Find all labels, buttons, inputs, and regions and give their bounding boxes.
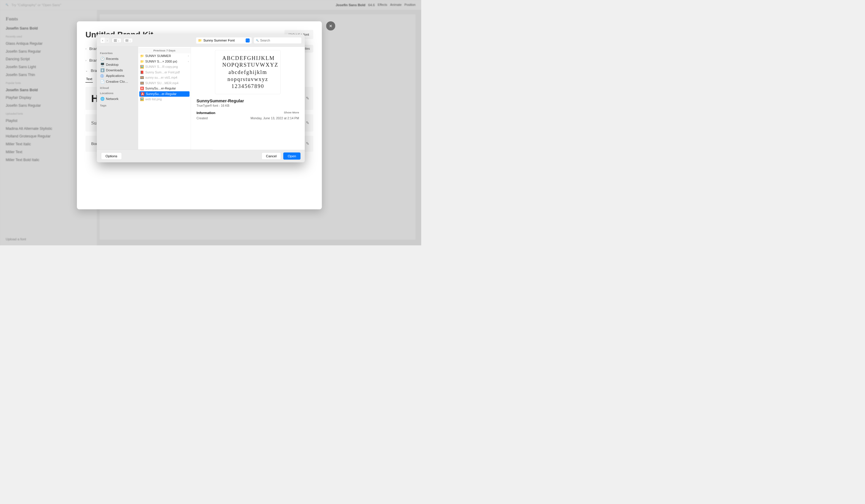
updown-icon: ⌃⌄ [246,38,250,43]
chevron-down-icon: ⌄ [129,39,131,42]
chevron-right-icon: › [188,60,189,63]
forward-button[interactable]: › [105,37,109,43]
view-columns-button[interactable]: ⌄ [112,38,122,43]
search-input[interactable] [260,38,299,43]
sidebar-item-desktop[interactable]: 🖥️Desktop [99,62,136,67]
finder-footer: Options Cancel Open [97,149,305,162]
font-icon: 🅰️ [140,87,144,91]
image-icon: 🖼️ [140,65,144,69]
pencil-icon[interactable]: ✎ [306,141,309,146]
sidebar-item-network[interactable]: 🌐Network [99,96,136,102]
sidebar-item-creativeclo[interactable]: 📄Creative Clo… [99,79,136,84]
chevron-down-icon: ⌄ [85,69,88,72]
preview-line: NOPQRSTUVWXYZ [222,62,273,69]
file-row[interactable]: 🖼️SUNNY S…R copy.png [138,64,191,70]
file-row[interactable]: 🅰️SunnySu…er-Regular [138,86,191,92]
preview-pane: ABCDEFGHIJKLMNOPQRSTUVWXYZabcdefghijklmn… [191,47,305,150]
pdf-icon: 📕 [140,70,144,74]
chevron-right-icon: › [188,55,189,57]
video-icon: 🎞️ [140,81,144,85]
search-icon: 🔍 [256,39,259,42]
file-column: Previous 7 Days 📁SUNNY SUMMER›📁SUNNY S…×… [138,47,191,150]
preview-subtitle: TrueType® font - 16 KB [196,104,299,108]
folder-icon: 📁 [140,54,144,58]
created-row: Created Monday, June 13, 2022 at 2:14 PM [196,116,299,120]
downloads-icon: ⬇️ [100,68,104,72]
open-button[interactable]: Open [284,152,301,159]
svg-rect-0 [114,39,115,42]
pencil-icon[interactable]: ✎ [306,96,309,101]
folder-name: Sunny Summer Font [203,38,234,43]
preview-line: nopqrstuvwxyz [222,76,273,83]
icloud-label: iCloud [100,86,135,90]
preview-line: ABCDEFGHIJKLM [222,55,273,62]
desktop-icon: 🖥️ [100,62,104,67]
sidebar-item-applications[interactable]: ⒶApplications [99,73,136,79]
preview-title: SunnySummer-Regular [196,98,299,103]
folder-icon: 📁 [198,38,202,43]
finder-sidebar: Favorites 🕘Recents🖥️Desktop⬇️DownloadsⒶA… [97,47,138,150]
image-icon: 🖼️ [140,98,144,102]
finder-toolbar: ‹ › ⌄ ⌄ 📁 Sunny Summer Font ⌃⌄ 🔍 [97,34,305,47]
sidebar-item-recents[interactable]: 🕘Recents [99,56,136,61]
info-label: Information Show More [196,111,299,115]
file-row[interactable]: 🎞️sunny su…er vid1.mp4 [138,75,191,81]
chevron-right-icon: › [107,38,108,43]
back-button[interactable]: ‹ [100,37,105,43]
options-button[interactable]: Options [101,152,122,159]
file-row[interactable]: 🎞️SUNNY SU…MER.mp4 [138,80,191,86]
tags-label: Tags [100,104,135,107]
creative clo…-icon: 📄 [100,80,104,84]
chevron-down-icon: ⌄ [118,39,119,42]
applications-icon: Ⓐ [100,74,104,78]
chevron-left-icon: ‹ [102,38,103,43]
close-button[interactable]: ✕ [326,21,335,31]
svg-rect-5 [125,40,127,42]
created-label: Created [196,116,208,120]
network-icon: 🌐 [100,97,104,101]
cancel-button[interactable]: Cancel [262,152,281,159]
svg-rect-2 [116,39,117,42]
column-header: Previous 7 Days [138,48,191,54]
show-more-button[interactable]: Show More [284,111,299,114]
chevron-right-icon: › [85,59,86,62]
view-grid-button[interactable]: ⌄ [124,38,133,43]
columns-icon [114,39,117,42]
font-icon: 🅰️ [141,92,145,96]
file-picker-dialog: ‹ › ⌄ ⌄ 📁 Sunny Summer Font ⌃⌄ 🔍 Favorit… [97,34,305,162]
favorites-label: Favorites [100,51,135,55]
font-preview-image: ABCDEFGHIJKLMNOPQRSTUVWXYZabcdefghijklmn… [215,50,280,94]
sidebar-item-downloads[interactable]: ⬇️Downloads [99,67,136,73]
grid-icon [125,39,128,42]
search-box[interactable]: 🔍 [254,37,301,43]
chevron-right-icon: › [85,47,86,50]
recents-icon: 🕘 [100,57,104,61]
video-icon: 🎞️ [140,76,144,80]
file-row[interactable]: 🅰️SunnySu…er-Regular [139,91,189,97]
locations-label: Locations [100,92,135,95]
preview-line: abcdefghijklm [222,69,273,76]
folder-selector[interactable]: 📁 Sunny Summer Font ⌃⌄ [196,37,252,43]
text-tab[interactable]: Text [85,76,93,83]
created-value: Monday, June 13, 2022 at 2:14 PM [251,116,299,120]
svg-rect-1 [115,39,116,42]
file-row[interactable]: 📁SUNNY S…× 2000 px)› [138,59,191,64]
svg-rect-3 [125,39,127,40]
svg-rect-6 [127,40,128,42]
preview-line: 1234567890 [222,83,273,90]
file-row[interactable]: 📁SUNNY SUMMER› [138,54,191,59]
close-icon: ✕ [329,24,332,28]
nav-buttons: ‹ › [100,37,109,43]
pencil-icon[interactable]: ✎ [306,120,309,125]
file-row[interactable]: 📕Sunny Sum…er Font.pdf [138,70,191,75]
svg-rect-4 [127,39,128,40]
file-row[interactable]: 🖼️web list.png [138,97,191,102]
folder-icon: 📁 [140,60,144,63]
